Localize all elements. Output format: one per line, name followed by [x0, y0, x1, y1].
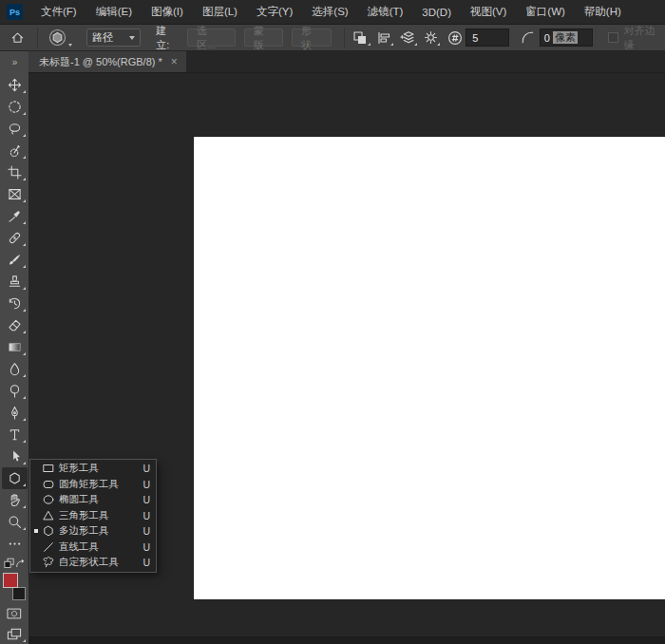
shape-tool[interactable] — [2, 467, 28, 489]
menu-file[interactable]: 文件(F) — [31, 0, 86, 25]
menu-item-polygon-tool[interactable]: 多边形工具 U — [30, 523, 156, 540]
divider — [344, 28, 345, 48]
triangle-icon — [40, 509, 56, 522]
pen-tool[interactable] — [2, 402, 28, 424]
line-icon — [40, 540, 56, 554]
close-tab-icon[interactable]: × — [171, 57, 178, 66]
document-tab-bar: 未标题-1 @ 50%(RGB/8) * × — [28, 51, 665, 73]
tools-panel: » — [0, 51, 28, 644]
path-alignment-button[interactable] — [372, 28, 396, 48]
make-selection-button: 选区... — [187, 28, 236, 47]
color-swatches — [3, 573, 26, 600]
menu-window[interactable]: 窗口(W) — [516, 0, 575, 25]
menu-bar: Ps 文件(F) 编辑(E) 图像(I) 图层(L) 文字(Y) 选择(S) 滤… — [0, 0, 665, 25]
document-tab[interactable]: 未标题-1 @ 50%(RGB/8) * × — [28, 51, 186, 72]
active-tool-marker — [34, 529, 38, 533]
eyedropper-tool[interactable] — [2, 205, 28, 227]
shape-settings-button[interactable] — [419, 28, 443, 48]
shortcut-key: U — [141, 463, 150, 474]
corner-radius-input[interactable]: 0 像素 — [540, 28, 593, 47]
menu-help[interactable]: 帮助(H) — [575, 0, 631, 25]
menu-item-rounded-rectangle-tool[interactable]: 圆角矩形工具 U — [30, 477, 156, 493]
path-operations-button[interactable] — [349, 28, 372, 48]
tool-mode-select[interactable]: 路径 — [86, 28, 141, 47]
gradient-tool[interactable] — [2, 336, 28, 358]
polygon-preset-icon — [48, 28, 66, 47]
path-operations-icon — [352, 30, 368, 46]
screen-mode-icon — [7, 627, 22, 641]
menu-item-custom-shape-tool[interactable]: 自定形状工具 U — [30, 555, 156, 571]
custom-shape-icon — [40, 556, 56, 569]
zoom-tool[interactable] — [2, 511, 28, 533]
path-align-icon — [376, 30, 391, 46]
chevron-down-icon — [129, 36, 135, 40]
align-edges-label: 对齐边缘 — [624, 24, 665, 52]
document-canvas[interactable] — [194, 137, 665, 599]
history-brush-tool[interactable] — [2, 293, 28, 314]
brush-tool[interactable] — [2, 249, 28, 271]
home-button[interactable] — [10, 30, 25, 45]
path-selection-tool[interactable] — [2, 445, 28, 467]
move-tool[interactable] — [2, 74, 28, 96]
shortcut-key: U — [141, 479, 150, 490]
chevron-down-icon — [68, 44, 72, 47]
menu-item-rectangle-tool[interactable]: 矩形工具 U — [30, 461, 156, 477]
type-tool[interactable] — [2, 424, 28, 445]
background-color-swatch[interactable] — [12, 587, 26, 600]
default-colors-icon[interactable] — [4, 558, 15, 569]
path-arrangement-button[interactable] — [395, 28, 419, 48]
sides-icon — [447, 30, 463, 46]
hand-tool[interactable] — [2, 489, 28, 511]
lasso-tool[interactable] — [2, 118, 28, 140]
menu-view[interactable]: 视图(V) — [461, 0, 516, 25]
rounded-rectangle-icon — [40, 478, 56, 491]
make-label: 建立: — [156, 24, 180, 52]
marquee-tool[interactable] — [2, 96, 28, 118]
quick-mask-icon — [7, 607, 22, 620]
menu-edit[interactable]: 编辑(E) — [86, 0, 142, 25]
blur-tool[interactable] — [2, 358, 28, 380]
menu-type[interactable]: 文字(Y) — [247, 0, 302, 25]
menu-image[interactable]: 图像(I) — [142, 0, 193, 25]
flyout-indicator — [368, 43, 370, 46]
dodge-tool[interactable] — [2, 380, 28, 402]
shortcut-key: U — [141, 541, 150, 553]
clone-stamp-tool[interactable] — [2, 271, 28, 293]
align-edges-checkbox — [608, 32, 618, 43]
tool-mode-value: 路径 — [92, 30, 113, 45]
rectangle-icon — [40, 462, 56, 475]
swap-colors-icon[interactable] — [14, 558, 26, 569]
quick-selection-tool[interactable] — [2, 140, 28, 161]
menu-filter[interactable]: 滤镜(T) — [358, 0, 413, 25]
menu-item-triangle-tool[interactable]: 三角形工具 U — [30, 508, 156, 524]
gear-icon — [424, 30, 438, 45]
shortcut-key: U — [141, 525, 150, 537]
menu-select[interactable]: 选择(S) — [302, 0, 357, 25]
menu-layer[interactable]: 图层(L) — [193, 0, 247, 25]
flyout-indicator — [390, 43, 393, 46]
menu-3d[interactable]: 3D(D) — [412, 0, 461, 25]
screen-mode-button[interactable] — [2, 624, 28, 644]
corner-radius-value: 0 — [544, 32, 550, 44]
menu-item-ellipse-tool[interactable]: 椭圆工具 U — [30, 492, 156, 508]
menu-item-line-tool[interactable]: 直线工具 U — [30, 540, 156, 556]
options-bar: 路径 建立: 选区... 蒙版 形状 — [0, 25, 665, 51]
collapse-toolbar-button[interactable]: » — [0, 51, 28, 72]
polygon-sides-input[interactable]: 5 — [466, 28, 509, 47]
tool-preset-picker[interactable] — [42, 28, 79, 47]
flyout-indicator — [437, 43, 440, 46]
ellipse-icon — [40, 493, 56, 506]
corner-radius-unit: 像素 — [553, 31, 578, 44]
quick-mask-button[interactable] — [2, 604, 28, 624]
eraser-tool[interactable] — [2, 314, 28, 336]
healing-brush-tool[interactable] — [2, 227, 28, 249]
edit-toolbar-button[interactable] — [2, 533, 28, 555]
photoshop-logo: Ps — [7, 4, 23, 20]
make-mask-button: 蒙版 — [244, 28, 284, 47]
foreground-color-swatch[interactable] — [3, 573, 18, 588]
shortcut-key: U — [141, 494, 150, 505]
crop-tool[interactable] — [2, 161, 28, 183]
frame-tool[interactable] — [2, 183, 28, 205]
ellipsis-icon — [8, 537, 22, 551]
polygon-icon — [40, 524, 56, 538]
